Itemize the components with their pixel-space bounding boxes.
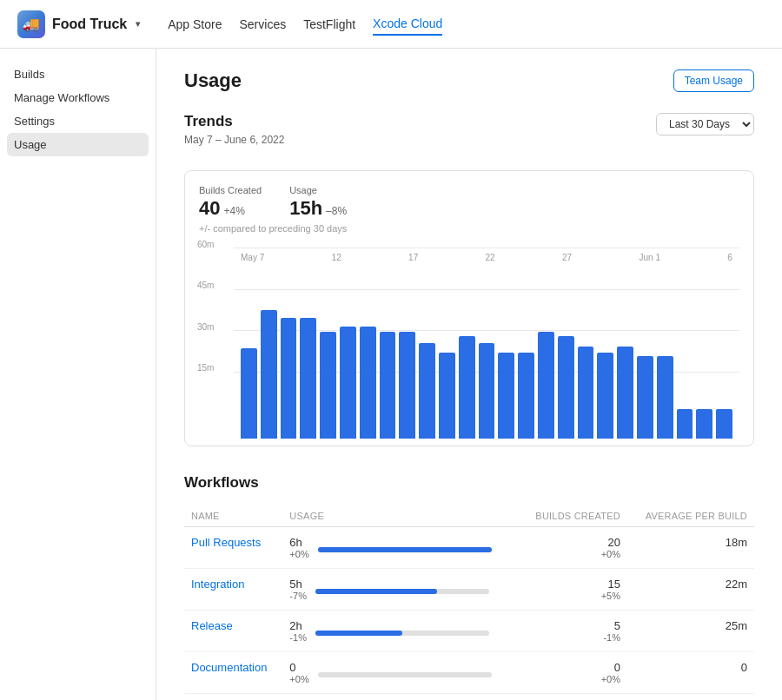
trends-date-range: May 7 – June 6, 2022 <box>184 134 284 146</box>
workflow-name-3[interactable]: Documentation <box>191 661 267 674</box>
bar-24 <box>716 409 732 439</box>
usage-stat: Usage 15h –8% <box>289 185 347 220</box>
usage-label: Usage <box>289 185 347 195</box>
sidebar: Builds Manage Workflows Settings Usage <box>0 49 156 700</box>
col-builds-created: BUILDS CREATED <box>519 505 627 527</box>
bar-17 <box>578 347 594 439</box>
workflow-builds-change-1: +5% <box>526 591 620 601</box>
workflow-avg-0: 18m <box>634 536 747 549</box>
workflow-builds-2: 5 <box>526 619 620 632</box>
workflow-usage-change-3: +0% <box>289 674 308 684</box>
bar-7 <box>380 332 396 439</box>
builds-created-label: Builds Created <box>199 185 262 195</box>
workflow-usage-change-1: -7% <box>289 591 307 601</box>
workflows-table-body: Pull Requests 6h +0% 20 +0% 18m <box>184 527 754 694</box>
bar-3 <box>300 318 316 439</box>
brand-name: Food Truck <box>52 17 127 32</box>
bar-12 <box>479 343 495 439</box>
workflow-builds-1: 15 <box>526 578 620 591</box>
bars-row <box>234 274 739 439</box>
stats-row: Builds Created 40 +4% Usage 15h –8% <box>199 185 739 220</box>
trends-chart-container: Builds Created 40 +4% Usage 15h –8% +/- … <box>184 170 754 446</box>
bar-23 <box>696 409 712 439</box>
workflows-table-head: NAME USAGE BUILDS CREATED AVERAGE PER BU… <box>184 505 754 527</box>
sidebar-item-builds[interactable]: Builds <box>0 63 156 86</box>
workflow-name-0[interactable]: Pull Requests <box>191 536 261 549</box>
grid-label-0: 60m <box>197 239 214 248</box>
workflow-row-3: Documentation 0 +0% 0 +0% 0 <box>184 652 754 694</box>
workflow-usage-change-2: -1% <box>289 632 307 643</box>
workflow-name-2[interactable]: Release <box>191 619 233 632</box>
workflow-builds-change-0: +0% <box>526 549 620 559</box>
grid-label-3: 15m <box>197 363 214 373</box>
usage-change: –8% <box>326 205 347 217</box>
bar-11 <box>459 336 475 439</box>
bar-chart: 60m45m30m15m May 712172227Jun 16 <box>199 248 739 439</box>
workflow-row-2: Release 2h -1% 5 -1% 25m <box>184 611 754 652</box>
workflow-bar-fill-2 <box>315 631 402 636</box>
builds-created-change: +4% <box>223 205 244 217</box>
sidebar-item-manage-workflows[interactable]: Manage Workflows <box>0 86 156 109</box>
grid-label-2: 30m <box>197 321 214 331</box>
grid-label-1: 45m <box>197 281 214 290</box>
col-avg-per-build: AVERAGE PER BUILD <box>627 505 754 527</box>
workflow-usage-val-1: 5h <box>289 578 307 591</box>
workflows-title: Workflows <box>184 474 754 492</box>
workflow-row-0: Pull Requests 6h +0% 20 +0% 18m <box>184 527 754 569</box>
workflow-builds-change-2: -1% <box>526 632 620 643</box>
workflow-builds-0: 20 <box>526 536 620 549</box>
bar-19 <box>617 347 633 439</box>
workflow-builds-change-3: +0% <box>526 674 620 684</box>
workflow-avg-3: 0 <box>634 661 747 674</box>
bar-2 <box>281 318 297 439</box>
trends-header: Trends May 7 – June 6, 2022 Last 30 Days… <box>184 113 754 160</box>
bar-1 <box>261 310 277 439</box>
builds-created-number: 40 <box>199 197 220 220</box>
trends-title: Trends <box>184 113 284 130</box>
page-title: Usage <box>184 69 242 92</box>
workflow-name-1[interactable]: Integration <box>191 578 244 591</box>
app-brand[interactable]: 🚚 Food Truck ▾ <box>17 10 140 38</box>
usage-value: 15h –8% <box>289 197 347 220</box>
sidebar-item-usage[interactable]: Usage <box>7 133 149 156</box>
workflow-bar-track-0 <box>318 547 492 552</box>
bar-14 <box>518 353 534 439</box>
main-layout: Builds Manage Workflows Settings Usage U… <box>0 49 782 700</box>
bar-16 <box>558 336 574 439</box>
bar-10 <box>439 353 455 439</box>
main-content: Usage Team Usage Trends May 7 – June 6, … <box>156 49 782 700</box>
nav-app-store[interactable]: App Store <box>168 14 222 35</box>
workflow-bar-fill-0 <box>318 547 492 552</box>
col-name: NAME <box>184 505 282 527</box>
nav-xcode-cloud[interactable]: Xcode Cloud <box>373 13 442 36</box>
bar-9 <box>419 343 435 439</box>
sidebar-item-settings[interactable]: Settings <box>0 109 156 133</box>
col-usage: USAGE <box>282 505 519 527</box>
builds-created-value: 40 +4% <box>199 197 262 220</box>
workflow-row-1: Integration 5h -7% 15 +5% 22m <box>184 569 754 611</box>
period-selector[interactable]: Last 30 Days Last 7 Days Last 90 Days <box>656 113 754 135</box>
bar-5 <box>340 327 356 439</box>
nav-services[interactable]: Services <box>240 14 287 35</box>
workflow-bar-track-1 <box>315 589 489 594</box>
nav-testflight[interactable]: TestFlight <box>303 14 355 35</box>
builds-created-stat: Builds Created 40 +4% <box>199 185 262 220</box>
nav-links: App Store Services TestFlight Xcode Clou… <box>168 13 442 36</box>
workflow-usage-val-0: 6h <box>289 536 308 549</box>
stat-note: +/- compared to preceding 30 days <box>199 223 739 234</box>
workflow-bar-fill-1 <box>315 589 437 594</box>
bar-22 <box>677 409 693 439</box>
workflow-builds-3: 0 <box>526 661 620 674</box>
bar-20 <box>637 356 653 439</box>
workflow-avg-2: 25m <box>634 619 747 632</box>
bar-0 <box>241 348 257 439</box>
workflow-avg-1: 22m <box>634 578 747 591</box>
bar-6 <box>360 327 376 439</box>
bar-15 <box>538 332 554 439</box>
bar-8 <box>399 332 415 439</box>
team-usage-button[interactable]: Team Usage <box>673 69 754 92</box>
bar-13 <box>498 353 514 439</box>
workflow-usage-val-3: 0 <box>289 661 308 674</box>
workflow-usage-val-2: 2h <box>289 619 307 632</box>
workflows-section: Workflows NAME USAGE BUILDS CREATED AVER… <box>184 474 754 694</box>
